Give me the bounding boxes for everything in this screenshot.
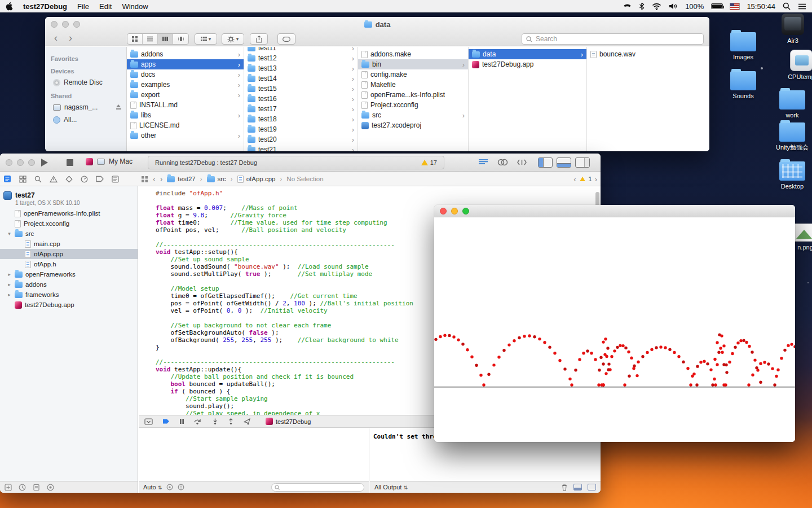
file-item-test19[interactable]: test19›: [244, 124, 358, 134]
file-item-test14[interactable]: test14›: [244, 73, 358, 84]
navigator-item-ofapp-h[interactable]: ofApp.h: [0, 259, 138, 269]
share-button[interactable]: [250, 33, 268, 45]
file-item-test18[interactable]: test18›: [244, 114, 358, 124]
breadcrumb-no-selection[interactable]: No Selection: [286, 176, 323, 182]
file-item-test27debug-app[interactable]: test27Debug.app: [469, 59, 586, 69]
next-issue-button[interactable]: ›: [595, 175, 597, 183]
console-scope-selector[interactable]: All Output ⇅: [374, 484, 408, 491]
breadcrumb-src[interactable]: src: [207, 176, 226, 182]
breadcrumb-test27[interactable]: test27: [167, 176, 195, 182]
file-item-config-make[interactable]: config.make: [358, 69, 468, 80]
file-item-export[interactable]: export›: [127, 90, 244, 100]
variables-scope-selector[interactable]: Auto ⇅: [143, 484, 162, 491]
zoom-button[interactable]: [28, 159, 35, 166]
desktop-icon-work[interactable]: work: [770, 86, 812, 119]
step-into-icon[interactable]: [212, 418, 218, 424]
menu-edit[interactable]: Edit: [99, 2, 112, 11]
desktop-icon-sounds[interactable]: Sounds: [721, 67, 766, 99]
forward-button[interactable]: ›: [69, 32, 72, 43]
test-navigator-icon[interactable]: [65, 176, 73, 183]
sidebar-item-nagasm[interactable]: nagasm_...: [45, 101, 126, 113]
add-icon[interactable]: [5, 484, 12, 491]
file-item-test17[interactable]: test17›: [244, 104, 358, 114]
source-control-status-icon[interactable]: [33, 484, 40, 491]
navigator-item-project-xcconfig[interactable]: Project.xcconfig: [0, 218, 138, 229]
variables-view[interactable]: [139, 428, 369, 481]
navigator-item-test27[interactable]: test271 target, OS X SDK 10.10: [0, 190, 138, 208]
symbol-navigator-icon[interactable]: [19, 176, 27, 183]
file-item-addons-make[interactable]: addons.make: [358, 49, 468, 59]
desktop-icon-cputemp[interactable]: CPUtemp: [779, 50, 812, 80]
desktop-icon-air3[interactable]: Air3: [770, 14, 812, 44]
show-console-view-button[interactable]: [588, 484, 596, 491]
navigator-item-addons[interactable]: ▸addons: [0, 279, 138, 290]
find-navigator-icon[interactable]: [34, 176, 42, 183]
clear-console-trash-icon[interactable]: [561, 484, 568, 491]
sidebar-item-all[interactable]: All...: [45, 113, 126, 126]
phone-icon[interactable]: [623, 3, 632, 10]
hide-debug-area-icon[interactable]: [144, 418, 153, 425]
icon-view-button[interactable]: [127, 34, 143, 44]
navigator-item-frameworks[interactable]: ▸frameworks: [0, 290, 138, 300]
standard-editor-button[interactable]: [478, 159, 488, 166]
zoom-button[interactable]: [462, 208, 469, 214]
navigator-item-main-cpp[interactable]: main.cpp: [0, 239, 138, 249]
show-variables-view-button[interactable]: [573, 484, 582, 491]
breakpoints-toggle-icon[interactable]: [162, 418, 170, 424]
search-field[interactable]: Search: [522, 33, 704, 45]
file-item-bin[interactable]: bin›: [358, 59, 468, 69]
assistant-editor-button[interactable]: [497, 159, 508, 166]
pause-icon[interactable]: [179, 418, 184, 424]
tags-button[interactable]: [277, 33, 295, 45]
file-item-test11[interactable]: test11›: [244, 47, 358, 53]
file-item-openframe-ks-info-plist[interactable]: openFrame...ks-Info.plist: [358, 90, 468, 100]
menu-file[interactable]: File: [77, 2, 89, 11]
desktop-icon-desktop[interactable]: Desktop: [770, 157, 812, 190]
quicklook-icon[interactable]: [166, 484, 173, 491]
file-item-makefile[interactable]: Makefile: [358, 80, 468, 90]
wifi-icon[interactable]: [652, 3, 661, 10]
notification-center-icon[interactable]: [798, 3, 806, 10]
toggle-navigator-button[interactable]: [538, 157, 553, 168]
apple-menu-icon[interactable]: [6, 2, 13, 11]
scheme-selector[interactable]: My Mac: [86, 157, 133, 165]
arrange-button[interactable]: ▾: [195, 33, 217, 45]
filter-scope-icon[interactable]: [47, 484, 54, 491]
related-items-icon[interactable]: [141, 176, 148, 183]
file-item-apps[interactable]: apps›: [127, 59, 244, 69]
disclosure-triangle[interactable]: ▸: [7, 282, 12, 287]
disclosure-triangle[interactable]: ▸: [7, 271, 12, 277]
file-item-test13[interactable]: test13›: [244, 63, 358, 73]
minimize-button[interactable]: [17, 159, 24, 166]
list-view-button[interactable]: [143, 34, 158, 44]
desktop-icon-unity[interactable]: Unity勉強会: [770, 119, 812, 151]
bluetooth-icon[interactable]: [639, 2, 645, 10]
run-button[interactable]: [41, 159, 48, 167]
file-item-test21[interactable]: test21›: [244, 144, 358, 151]
navigator-item-src[interactable]: ▾src: [0, 229, 138, 239]
breadcrumb-ofapp-cpp[interactable]: ofApp.cpp: [237, 176, 276, 183]
recent-files-icon[interactable]: [19, 484, 26, 491]
file-item-test15[interactable]: test15›: [244, 84, 358, 94]
step-over-icon[interactable]: [194, 418, 202, 424]
previous-issue-button[interactable]: ‹: [573, 175, 576, 183]
disclosure-triangle[interactable]: ▾: [7, 231, 12, 237]
file-item-test12[interactable]: test12›: [244, 53, 358, 63]
close-button[interactable]: [440, 208, 447, 214]
file-item-libs[interactable]: libs›: [127, 110, 244, 120]
app-window-titlebar[interactable]: [434, 205, 795, 217]
file-item-src[interactable]: src›: [358, 110, 468, 120]
file-item-bounce-wav[interactable]: bounce.wav: [587, 49, 709, 59]
simulate-location-icon[interactable]: [244, 418, 250, 425]
file-item-data[interactable]: data›: [469, 49, 586, 59]
navigator-item-openframeworks-info-plist[interactable]: openFrameworks-Info.plist: [0, 208, 138, 218]
action-button[interactable]: ▾: [222, 33, 244, 45]
toggle-utilities-button[interactable]: [575, 157, 590, 168]
input-source-flag-icon[interactable]: [730, 3, 739, 10]
file-item-install-md[interactable]: INSTALL.md: [127, 100, 244, 110]
stop-button[interactable]: [67, 159, 73, 166]
jump-forward-button[interactable]: ›: [160, 174, 163, 183]
file-item-test27-xcodeproj[interactable]: test27.xcodeproj: [358, 120, 468, 130]
warning-indicator[interactable]: 17: [421, 159, 437, 166]
file-item-examples[interactable]: examples›: [127, 80, 244, 90]
